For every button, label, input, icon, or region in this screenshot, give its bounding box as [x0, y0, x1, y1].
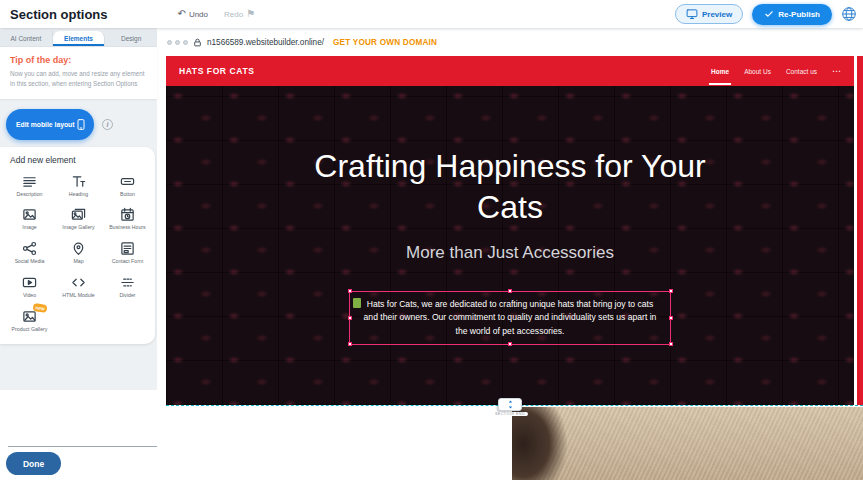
lock-icon	[193, 38, 202, 47]
new-badge: NEW	[32, 303, 47, 313]
hero-subtitle[interactable]: More than Just Accessories	[166, 243, 854, 263]
sidebar: AI Content Elements Design Tip of the da…	[0, 28, 157, 480]
add-element-contact-form[interactable]: Contact Form	[103, 241, 152, 265]
drag-handle[interactable]	[353, 298, 361, 308]
app-window: Section options ↶ Undo Redo ⚑ Preview	[0, 0, 863, 480]
check-icon	[764, 9, 774, 19]
image-icon	[22, 207, 37, 222]
nav-contact-us[interactable]: Contact us	[786, 68, 817, 75]
add-element-button[interactable]: Button	[103, 174, 152, 198]
site-logo[interactable]: HATS FOR CATS	[179, 66, 254, 76]
next-section	[166, 407, 863, 480]
tip-body: Now you can add, move and resize any ele…	[10, 69, 147, 89]
edit-mobile-layout-button[interactable]: Edit mobile layout	[6, 109, 94, 140]
heading-icon	[71, 174, 86, 189]
element-label: Button	[120, 191, 135, 198]
sidebar-tabs: AI Content Elements Design	[0, 31, 157, 47]
nav-home[interactable]: Home	[711, 68, 729, 75]
tip-of-the-day-card: Tip of the day: Now you can add, move an…	[0, 47, 157, 99]
element-label: HTML Module	[62, 292, 94, 299]
redo-label: Redo	[224, 10, 243, 19]
add-element-heading[interactable]: Heading	[54, 174, 103, 198]
more-menu-icon[interactable]: ⋯	[832, 67, 841, 76]
button-icon	[120, 174, 135, 189]
section-handle-label: SECTION END	[492, 412, 528, 416]
resize-handle[interactable]	[348, 342, 352, 346]
hero-paragraph: Hats for Cats, we are dedicated to craft…	[360, 298, 660, 338]
add-element-description[interactable]: Description	[5, 174, 54, 198]
topbar-actions: Preview Re-Publish	[675, 4, 857, 25]
redo-button[interactable]: Redo ⚑	[224, 9, 255, 19]
tab-design[interactable]: Design	[105, 31, 157, 46]
html-module-icon	[71, 275, 86, 290]
add-element-social-media[interactable]: Social Media	[5, 241, 54, 265]
add-element-html-module[interactable]: HTML Module	[54, 275, 103, 299]
element-grid: Description Heading Button Image Image G…	[5, 174, 152, 333]
social-media-icon	[22, 241, 37, 256]
done-button[interactable]: Done	[6, 452, 61, 475]
resize-handle[interactable]	[508, 342, 512, 346]
site-header[interactable]: HATS FOR CATS Home About Us Contact us ⋯	[166, 56, 854, 86]
add-element-product-gallery[interactable]: NEW Product Gallery	[5, 309, 54, 333]
hero-title[interactable]: Crafting Happiness for Your Cats	[300, 146, 720, 228]
add-element-image-gallery[interactable]: Image Gallery	[54, 207, 103, 231]
page-title: Section options	[10, 7, 108, 22]
carpet-photo	[512, 407, 863, 480]
section-resize-handle[interactable]: SECTION END	[492, 398, 528, 416]
editor-canvas: n1566589.websitebuilder.online/ GET YOUR…	[157, 28, 863, 480]
preview-button[interactable]: Preview	[675, 4, 743, 24]
element-label: Business Hours	[109, 224, 145, 231]
element-label: Heading	[69, 191, 88, 198]
resize-handle[interactable]	[348, 289, 352, 293]
resize-handle[interactable]	[669, 316, 673, 320]
sidebar-divider	[8, 446, 157, 447]
element-label: Contact Form	[112, 258, 143, 265]
element-label: Social Media	[15, 258, 45, 265]
site-edge-strip	[857, 56, 863, 405]
site-preview: HATS FOR CATS Home About Us Contact us ⋯…	[166, 56, 854, 405]
get-own-domain-link[interactable]: GET YOUR OWN DOMAIN	[333, 38, 437, 47]
add-element-divider[interactable]: Divider	[103, 275, 152, 299]
element-label: Product Gallery	[12, 326, 48, 333]
hero-section[interactable]: Crafting Happiness for Your Cats More th…	[166, 86, 854, 405]
undo-button[interactable]: ↶ Undo	[178, 9, 209, 19]
edit-mobile-label: Edit mobile layout	[16, 121, 75, 128]
site-url[interactable]: n1566589.websitebuilder.online/	[207, 38, 324, 47]
resize-handle[interactable]	[508, 289, 512, 293]
republish-label: Re-Publish	[778, 10, 820, 19]
nav-about-us[interactable]: About Us	[744, 68, 771, 75]
add-element-video[interactable]: Video	[5, 275, 54, 299]
globe-icon[interactable]	[841, 6, 857, 22]
resize-handle[interactable]	[348, 316, 352, 320]
topbar: Section options ↶ Undo Redo ⚑ Preview	[0, 0, 863, 28]
element-label: Divider	[119, 292, 135, 299]
undo-icon: ↶	[178, 9, 186, 19]
divider-icon	[120, 275, 135, 290]
resize-arrows-box[interactable]	[498, 398, 522, 411]
add-element-title: Add new element	[10, 155, 152, 165]
selected-text-element[interactable]: Hats for Cats, we are dedicated to craft…	[349, 291, 671, 345]
mobile-layout-row: Edit mobile layout i	[0, 99, 157, 147]
add-element-image[interactable]: Image	[5, 207, 54, 231]
add-new-element-panel: Add new element Description Heading Butt…	[0, 147, 155, 345]
tip-title: Tip of the day:	[10, 55, 147, 65]
element-label: Image Gallery	[62, 224, 94, 231]
info-icon[interactable]: i	[102, 119, 113, 130]
add-element-business-hours[interactable]: Business Hours	[103, 207, 152, 231]
tab-ai-content[interactable]: AI Content	[0, 31, 53, 46]
tab-elements[interactable]: Elements	[53, 31, 106, 46]
flag-icon: ⚑	[246, 9, 255, 19]
element-label: Image	[22, 224, 36, 231]
history-controls: ↶ Undo Redo ⚑	[178, 9, 256, 19]
add-element-map[interactable]: Map	[54, 241, 103, 265]
window-dots-icon	[167, 40, 188, 45]
republish-button[interactable]: Re-Publish	[752, 4, 832, 25]
resize-handle[interactable]	[669, 289, 673, 293]
map-icon	[71, 241, 86, 256]
monitor-icon	[686, 8, 698, 20]
resize-handle[interactable]	[669, 342, 673, 346]
contact-form-icon	[120, 241, 135, 256]
description-icon	[22, 174, 37, 189]
preview-label: Preview	[702, 10, 732, 19]
element-label: Description	[17, 191, 43, 198]
